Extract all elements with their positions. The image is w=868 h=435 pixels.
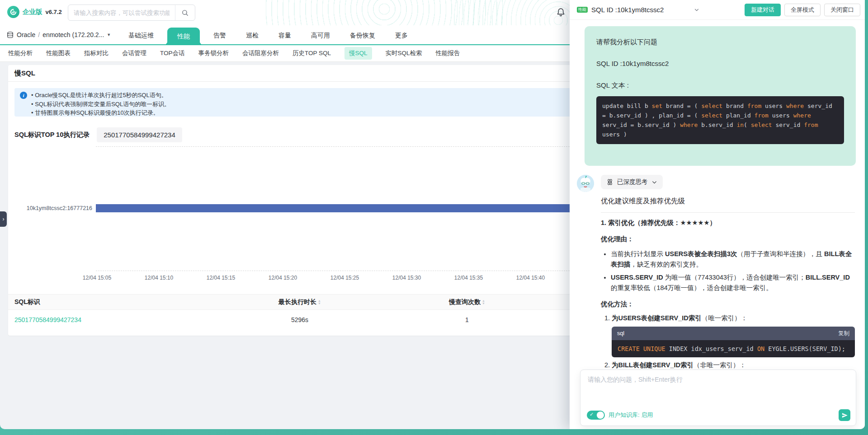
search-input[interactable] (68, 9, 175, 16)
tab-alerts[interactable]: 告警 (203, 26, 236, 45)
brand: 企业版 v6.7.2 (7, 6, 62, 18)
gantt-section-header: SQL标识TOP 10执行记录 2501770584999427234 (14, 126, 182, 143)
sidebar-expander[interactable]: › (0, 211, 7, 227)
close-window-button[interactable]: 关闭窗口 (824, 4, 860, 16)
atom-icon (606, 178, 613, 186)
chevron-down-icon[interactable] (693, 7, 700, 13)
performance-badge: 性能 (577, 7, 588, 13)
tab-more[interactable]: 更多 (385, 26, 418, 45)
max-duration-value: 5296s (207, 316, 392, 323)
method-label: 优化方法： (601, 299, 855, 309)
x-tick: 12/04 15:10 (128, 275, 190, 281)
code-language-label: sql (617, 329, 624, 338)
ai-message: 已深度思考 优化建议维度及推荐优先级 1. 索引优化（推荐优先级：★★★★★） … (577, 175, 858, 370)
x-tick: 12/04 15:15 (190, 275, 252, 281)
chat-title: SQL ID :10k1ym8tcssc2 (591, 6, 690, 14)
subtab-metric-compare[interactable]: 指标对比 (84, 49, 108, 57)
instance-name: enmotech (172.20.2... (42, 31, 104, 38)
toggle-knob (597, 412, 604, 419)
method-list: 为USERS表创建SERV_ID索引（唯一索引）： sql 复制 CREATE … (601, 313, 855, 370)
divider (601, 212, 855, 213)
search-icon (181, 9, 189, 17)
slow-count-value: 1 (392, 316, 542, 323)
subtab-history-top-sql[interactable]: 历史TOP SQL (292, 49, 331, 57)
fullscreen-button[interactable]: 全屏模式 (784, 4, 821, 16)
knowledge-base-label: 用户知识库: 启用 (609, 411, 653, 419)
info-bullet: SQL标识代表强制绑定变量后SQL语句的唯一标识。 (31, 100, 170, 109)
ai-chat-panel: 性能 SQL ID :10k1ym8tcssc2 新建对话 全屏模式 关闭窗口 … (570, 0, 865, 429)
check-icon: ✓ (590, 412, 594, 417)
sql-code-card: sql 复制 CREATE UNIQUE INDEX idx_users_ser… (612, 327, 855, 357)
x-tick: 12/04 15:05 (66, 275, 128, 281)
instance-selector[interactable]: Oracle / enmotech (172.20.2... ▼ (6, 31, 118, 39)
col-max-duration[interactable]: 最长执行时长▲▼ (207, 298, 392, 306)
sort-icon[interactable]: ▲▼ (318, 299, 321, 305)
user-sql-code: update bill b set brand = ( select brand… (596, 96, 844, 144)
tab-inspection[interactable]: 巡检 (236, 26, 269, 45)
reason-label: 优化理由： (601, 234, 855, 244)
subtab-perf-charts[interactable]: 性能图表 (46, 49, 71, 57)
deep-think-toggle[interactable]: 已深度思考 (601, 175, 663, 189)
subtab-perf-analysis[interactable]: 性能分析 (8, 49, 33, 57)
info-bullet: Oracle慢SQL是统计单次执行超过5秒的SQL语句。 (31, 91, 170, 100)
path-separator: / (38, 31, 40, 38)
gantt-row-label: 10k1ym8tcssc2:16777216 (8, 205, 92, 211)
ai-sql-code: CREATE UNIQUE INDEX idx_users_serv_id ON… (612, 340, 855, 357)
reason-item: USERS.SERV_ID 为唯一值（77433043行），适合创建唯一索引；B… (611, 272, 855, 293)
copy-code-button[interactable]: 复制 (838, 329, 849, 338)
info-bullet: 甘特图展示每种SQL标识最慢的10次执行记录。 (31, 108, 170, 117)
info-bullets: Oracle慢SQL是统计单次执行超过5秒的SQL语句。 SQL标识代表强制绑定… (31, 90, 170, 117)
tab-basic-ops[interactable]: 基础运维 (118, 26, 164, 45)
method-item-partial: 为BILL表创建SERV_ID索引（非唯一索引）： (612, 360, 855, 370)
tab-performance[interactable]: 性能 (167, 28, 200, 45)
subtab-session-block[interactable]: 会话阻塞分析 (242, 49, 279, 57)
subtab-perf-report[interactable]: 性能报告 (436, 49, 460, 57)
sort-icon[interactable]: ▲▼ (482, 299, 485, 305)
info-icon: i (20, 92, 27, 99)
user-line: SQL 文本 : (596, 80, 844, 90)
brand-name: 企业版 (23, 8, 42, 16)
ai-heading: 优化建议维度及推荐优先级 (601, 196, 855, 206)
code-card-header: sql 复制 (612, 327, 855, 340)
chevron-down-icon (651, 179, 657, 185)
subtab-top-sessions[interactable]: TOP会话 (160, 49, 185, 57)
chat-input-card: ✓ 用户知识库: 启用 (580, 370, 856, 426)
subtab-lock-analysis[interactable]: 事务锁分析 (198, 49, 229, 57)
notification-bell-icon[interactable] (556, 7, 566, 17)
new-chat-button[interactable]: 新建对话 (745, 4, 781, 16)
input-footer: ✓ 用户知识库: 启用 (587, 409, 850, 421)
ai-section-1-title: 1. 索引优化（推荐优先级：★★★★★） (601, 218, 855, 228)
ai-avatar (577, 175, 594, 192)
send-icon (841, 412, 848, 419)
reason-list: 当前执行计划显示 USERS表被全表扫描3次（用于子查询和半连接），且 BILL… (601, 249, 855, 293)
chat-input[interactable] (580, 370, 856, 398)
tab-capacity[interactable]: 容量 (269, 26, 301, 45)
subtab-slow-sql[interactable]: 慢SQL (344, 47, 372, 60)
x-tick: 12/04 15:20 (252, 275, 314, 281)
x-axis-labels: 12/04 15:05 12/04 15:10 12/04 15:15 12/0… (66, 275, 561, 281)
sql-id-link[interactable]: 2501770584999427234 (14, 316, 81, 323)
user-line: SQL ID :10k1ym8tcssc2 (596, 59, 844, 68)
db-type: Oracle (17, 31, 35, 38)
subtab-session-mgmt[interactable]: 会话管理 (122, 49, 146, 57)
ai-message-content: 已深度思考 优化建议维度及推荐优先级 1. 索引优化（推荐优先级：★★★★★） … (601, 175, 858, 370)
tab-high-availability[interactable]: 高可用 (301, 26, 340, 45)
reason-item: 当前执行计划显示 USERS表被全表扫描3次（用于子查询和半连接），且 BILL… (611, 249, 855, 269)
send-button[interactable] (839, 409, 850, 421)
brand-logo-icon (7, 6, 19, 18)
database-icon (6, 31, 14, 39)
search-button[interactable] (175, 5, 195, 20)
sql-id-tag[interactable]: 2501770584999427234 (97, 127, 182, 142)
caret-down-icon[interactable]: ▼ (107, 33, 111, 37)
deep-think-label: 已深度思考 (617, 178, 648, 187)
subtab-realtime-sql[interactable]: 实时SQL检索 (386, 49, 422, 57)
brand-version: v6.7.2 (46, 9, 62, 15)
user-message: 请帮我分析以下问题 SQL ID :10k1ym8tcssc2 SQL 文本 :… (585, 26, 856, 166)
x-tick: 12/04 15:40 (500, 275, 561, 281)
knowledge-base-toggle[interactable]: ✓ (587, 411, 605, 420)
col-slow-count[interactable]: 慢查询次数▲▼ (392, 298, 542, 306)
chat-header-buttons: 新建对话 全屏模式 关闭窗口 (745, 4, 860, 16)
user-line: 请帮我分析以下问题 (596, 37, 844, 47)
method-item: 为USERS表创建SERV_ID索引（唯一索引）： sql 复制 CREATE … (612, 313, 855, 357)
tab-backup-restore[interactable]: 备份恢复 (340, 26, 385, 45)
